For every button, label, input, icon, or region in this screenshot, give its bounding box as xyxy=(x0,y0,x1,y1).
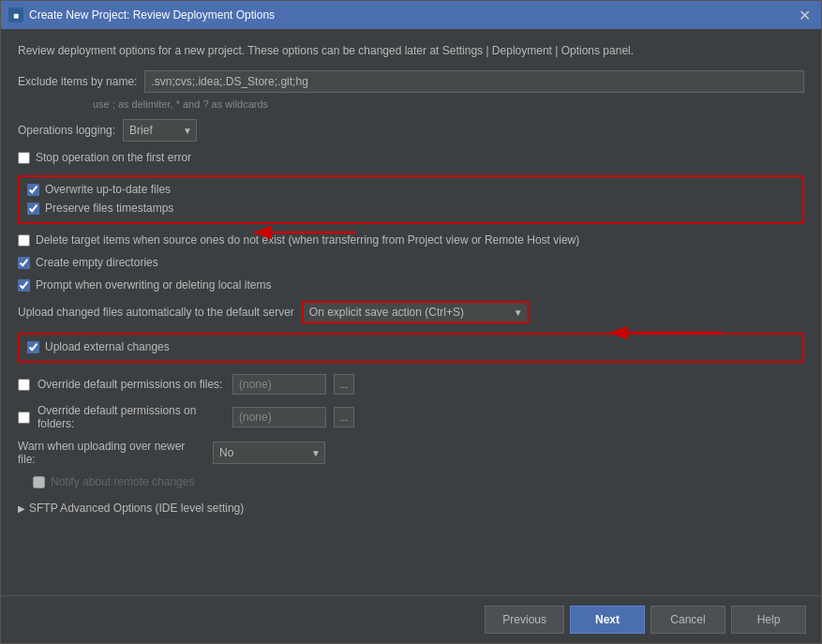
exclude-input[interactable] xyxy=(144,70,804,93)
notify-remote-checkbox xyxy=(33,476,45,488)
delete-target-label[interactable]: Delete target items when source ones do … xyxy=(36,233,579,247)
bottom-bar: Previous Next Cancel Help xyxy=(1,595,821,643)
window-icon: ■ xyxy=(8,7,23,22)
window-title: Create New Project: Review Deployment Op… xyxy=(29,8,275,22)
warn-row: Warn when uploading over newer file: No … xyxy=(18,440,804,466)
overwrite-uptodate-checkbox[interactable] xyxy=(27,184,39,196)
permissions-files-checkbox[interactable] xyxy=(18,379,30,391)
highlighted-options-group: Overwrite up-to-date files Preserve file… xyxy=(18,175,804,224)
exclude-hint: use ; as delimiter, * and ? as wildcards xyxy=(93,98,804,110)
preserve-timestamps-label[interactable]: Preserve files timestamps xyxy=(45,202,173,215)
operations-logging-row: Operations logging: Brief Verbose Disabl… xyxy=(18,119,804,142)
upload-external-row: Upload external changes xyxy=(27,340,795,353)
notify-remote-label: Notify about remote changes xyxy=(51,475,194,488)
overwrite-uptodate-label[interactable]: Overwrite up-to-date files xyxy=(45,183,171,196)
permissions-folders-label: Override default permissions on folders: xyxy=(37,404,225,430)
title-bar: ■ Create New Project: Review Deployment … xyxy=(1,1,821,29)
previous-button[interactable]: Previous xyxy=(485,606,564,634)
preserve-timestamps-checkbox[interactable] xyxy=(27,202,39,215)
stop-on-error-label[interactable]: Stop operation on the first error xyxy=(36,151,191,164)
permissions-folders-input[interactable] xyxy=(232,407,326,427)
cancel-button[interactable]: Cancel xyxy=(650,606,725,634)
close-button[interactable]: ✕ xyxy=(795,6,814,24)
prompt-overwriting-checkbox[interactable] xyxy=(18,279,30,292)
next-button[interactable]: Next xyxy=(570,606,645,634)
sftp-label: SFTP Advanced Options (IDE level setting… xyxy=(29,502,244,515)
permissions-files-input[interactable] xyxy=(232,374,326,395)
upload-external-label[interactable]: Upload external changes xyxy=(45,340,170,353)
stop-on-error-row: Stop operation on the first error xyxy=(18,151,804,164)
operations-logging-select[interactable]: Brief Verbose Disabled xyxy=(124,122,179,139)
upload-auto-row: Upload changed files automatically to th… xyxy=(18,301,804,323)
permissions-folders-row: Override default permissions on folders:… xyxy=(18,404,804,430)
warn-arrow: ▼ xyxy=(307,448,324,458)
help-button[interactable]: Help xyxy=(731,606,806,634)
permissions-folders-checkbox[interactable] xyxy=(18,412,30,424)
permissions-files-label: Override default permissions on files: xyxy=(37,378,225,391)
upload-auto-select[interactable]: On explicit save action (Ctrl+S) Always … xyxy=(304,304,510,321)
upload-external-checkbox[interactable] xyxy=(27,341,39,353)
operations-logging-select-wrapper: Brief Verbose Disabled ▼ xyxy=(123,119,197,142)
create-empty-dirs-checkbox[interactable] xyxy=(18,257,30,269)
prompt-overwriting-label[interactable]: Prompt when overwriting or deleting loca… xyxy=(36,278,271,292)
operations-logging-label: Operations logging: xyxy=(18,124,115,137)
warn-select[interactable]: No Yes xyxy=(214,444,307,461)
preserve-timestamps-row: Preserve files timestamps xyxy=(27,202,795,215)
upload-auto-label: Upload changed files automatically to th… xyxy=(18,306,294,319)
overwrite-uptodate-row: Overwrite up-to-date files xyxy=(27,183,795,196)
permissions-folders-dots-button[interactable]: ... xyxy=(334,407,354,427)
upload-external-group: Upload external changes xyxy=(18,333,804,363)
exclude-label: Exclude items by name: xyxy=(18,75,137,88)
warn-select-wrapper: No Yes ▼ xyxy=(213,442,325,464)
upload-auto-arrow: ▼ xyxy=(510,307,527,318)
delete-target-row: Delete target items when source ones do … xyxy=(18,233,804,247)
permissions-files-row: Override default permissions on files: .… xyxy=(18,374,804,395)
create-empty-dirs-label[interactable]: Create empty directories xyxy=(36,256,158,269)
prompt-overwriting-row: Prompt when overwriting or deleting loca… xyxy=(18,278,804,292)
warn-label: Warn when uploading over newer file: xyxy=(18,440,205,466)
delete-target-checkbox[interactable] xyxy=(18,234,30,247)
exclude-row: Exclude items by name: xyxy=(18,70,804,93)
notify-remote-row: Notify about remote changes xyxy=(33,475,804,488)
description-text: Review deployment options for a new proj… xyxy=(18,42,804,59)
dialog-content: Review deployment options for a new proj… xyxy=(1,29,821,595)
upload-auto-select-wrapper: On explicit save action (Ctrl+S) Always … xyxy=(302,301,529,323)
sftp-advanced-row[interactable]: ▶ SFTP Advanced Options (IDE level setti… xyxy=(18,502,804,515)
permissions-files-dots-button[interactable]: ... xyxy=(334,374,354,395)
sftp-expand-arrow: ▶ xyxy=(18,503,25,514)
operations-logging-arrow: ▼ xyxy=(179,126,196,136)
stop-on-error-checkbox[interactable] xyxy=(18,152,30,164)
create-empty-dirs-row: Create empty directories xyxy=(18,256,804,269)
